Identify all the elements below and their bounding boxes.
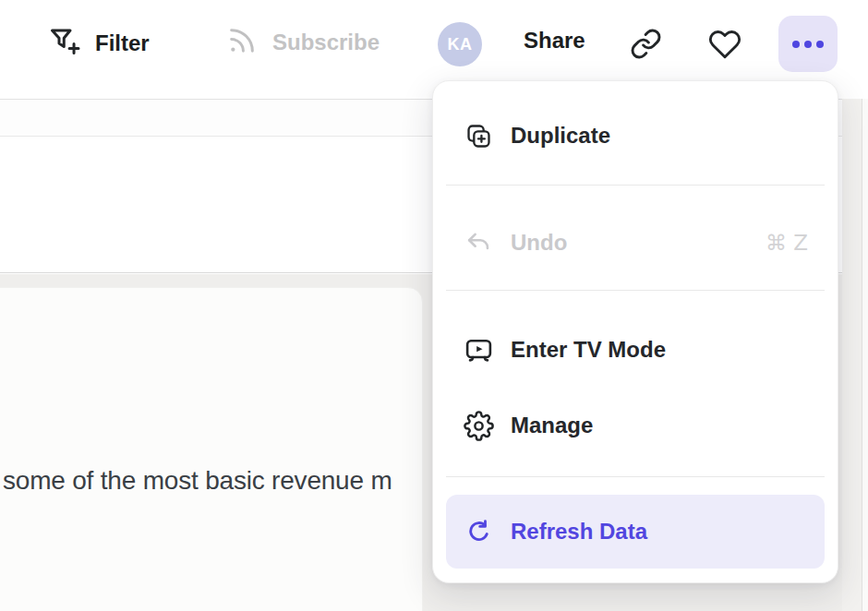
rss-icon xyxy=(226,25,258,59)
menu-item-label: Enter TV Mode xyxy=(511,337,666,363)
subscribe-label: Subscribe xyxy=(272,30,380,55)
scroll-gutter xyxy=(842,99,862,611)
link-icon xyxy=(630,28,662,63)
content-card: some of the most basic revenue m xyxy=(0,287,423,611)
duplicate-icon xyxy=(463,122,494,150)
app-root: some of the most basic revenue m Filter xyxy=(0,0,868,611)
context-menu: Duplicate Undo ⌘ Z xyxy=(432,80,838,583)
undo-icon xyxy=(463,229,494,258)
subscribe-button[interactable]: Subscribe xyxy=(226,25,380,59)
menu-divider xyxy=(446,290,825,291)
scrollbar-track xyxy=(862,99,868,611)
refresh-icon xyxy=(463,518,494,546)
share-label: Share xyxy=(524,28,585,54)
more-button[interactable] xyxy=(778,16,838,72)
menu-item-label: Duplicate xyxy=(511,123,610,149)
heart-icon xyxy=(708,28,741,64)
tv-mode-icon xyxy=(463,335,494,365)
menu-item-label: Refresh Data xyxy=(511,519,647,545)
favorite-button[interactable] xyxy=(708,28,741,64)
keyboard-shortcut: ⌘ Z xyxy=(766,231,825,255)
filter-plus-icon xyxy=(48,25,81,61)
menu-item-duplicate[interactable]: Duplicate xyxy=(446,102,825,169)
avatar[interactable]: KA xyxy=(438,22,482,66)
share-button[interactable]: Share xyxy=(524,28,585,54)
ellipsis-icon xyxy=(792,41,800,48)
menu-item-manage[interactable]: Manage xyxy=(446,392,825,459)
menu-divider xyxy=(446,185,825,186)
menu-item-label: Manage xyxy=(511,413,593,438)
menu-divider xyxy=(446,476,825,477)
gear-icon xyxy=(463,411,494,441)
filter-label: Filter xyxy=(95,30,150,56)
menu-item-refresh-data[interactable]: Refresh Data xyxy=(446,495,825,569)
menu-item-enter-tv-mode[interactable]: Enter TV Mode xyxy=(446,317,825,383)
menu-item-label: Undo xyxy=(511,230,567,256)
body-text: some of the most basic revenue m xyxy=(3,466,483,496)
filter-button[interactable]: Filter xyxy=(48,25,150,61)
menu-item-undo: Undo ⌘ Z xyxy=(446,210,825,276)
copy-link-button[interactable] xyxy=(630,28,662,63)
